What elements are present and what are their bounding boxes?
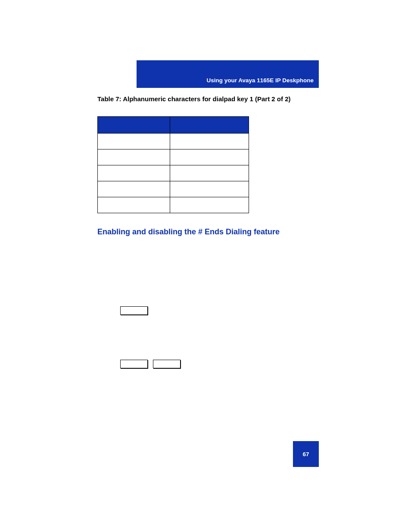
table-header-row bbox=[98, 117, 249, 134]
table-row bbox=[98, 149, 249, 165]
page-number: 67 bbox=[302, 451, 309, 457]
table-row bbox=[98, 134, 249, 149]
header-title: Using your Avaya 1165E IP Deskphone bbox=[206, 77, 314, 84]
softkey-box bbox=[120, 360, 148, 368]
table-caption: Table 7: Alphanumeric characters for dia… bbox=[97, 95, 313, 103]
header-band: Using your Avaya 1165E IP Deskphone bbox=[137, 60, 319, 88]
table-row bbox=[98, 165, 249, 181]
page-number-box: 67 bbox=[293, 441, 319, 467]
table-7 bbox=[97, 116, 249, 213]
table-row bbox=[98, 197, 249, 213]
table-row bbox=[98, 181, 249, 197]
softkey-box bbox=[153, 360, 181, 368]
softkey-box bbox=[120, 306, 148, 315]
document-page: Using your Avaya 1165E IP Deskphone Tabl… bbox=[0, 0, 411, 532]
section-heading: Enabling and disabling the # Ends Dialin… bbox=[97, 227, 280, 236]
